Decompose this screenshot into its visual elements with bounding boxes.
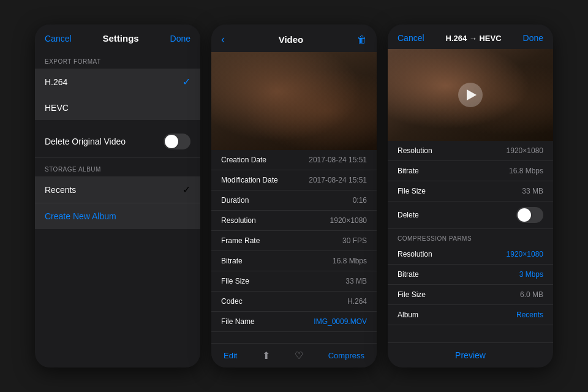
info-row-framerate: Frame Rate 30 FPS	[211, 231, 377, 251]
comp-resolution-val: 1920×1080	[507, 250, 543, 258]
convert-thumbnail	[388, 49, 553, 141]
convert-bitrate-key: Bitrate	[398, 167, 419, 175]
delete-original-toggle[interactable]	[164, 134, 190, 149]
comp-bitrate-key: Bitrate	[398, 270, 419, 279]
video-footer: Edit ⬆ ♡ Compress	[211, 343, 377, 368]
export-section-label: EXPORT FORMAT	[35, 50, 200, 69]
play-icon	[467, 89, 477, 100]
convert-filesize-key: File Size	[398, 187, 426, 195]
export-hevc-label: HEVC	[45, 103, 69, 113]
settings-panel: Cancel Settings Done EXPORT FORMAT H.264…	[35, 24, 200, 368]
convert-filesize-row: File Size 33 MB	[388, 181, 553, 202]
convert-bitrate-val: 16.8 Mbps	[509, 167, 543, 175]
resolution-val: 1920×1080	[330, 216, 367, 225]
creation-date-key: Creation Date	[221, 156, 266, 164]
h264-checkmark: ✓	[183, 76, 190, 88]
convert-cancel-button[interactable]: Cancel	[398, 33, 424, 43]
convert-filesize-val: 33 MB	[522, 187, 543, 195]
convert-resolution-key: Resolution	[398, 146, 432, 155]
info-row-duration: Duration 0:16	[211, 190, 377, 211]
share-icon[interactable]: ⬆	[262, 350, 270, 361]
video-header: ‹ Video 🗑	[211, 24, 377, 52]
convert-resolution-row: Resolution 1920×1080	[388, 141, 553, 161]
delete-original-label: Delete Original Video	[45, 137, 126, 146]
recents-album-item[interactable]: Recents ✓	[35, 176, 200, 203]
info-row-bitrate: Bitrate 16.8 Mbps	[211, 251, 377, 271]
bitrate-key: Bitrate	[221, 257, 243, 265]
export-h264-item[interactable]: H.264 ✓	[35, 69, 200, 96]
export-hevc-item[interactable]: HEVC	[35, 96, 200, 120]
filename-val: IMG_0009.MOV	[314, 317, 367, 326]
modification-date-val: 2017-08-24 15:51	[309, 176, 367, 184]
play-button[interactable]	[458, 83, 483, 107]
resolution-key: Resolution	[221, 216, 256, 225]
duration-key: Duration	[221, 196, 249, 205]
convert-header: Cancel H.264 → HEVC Done	[388, 24, 553, 49]
comp-bitrate-val: 3 Mbps	[519, 270, 543, 279]
filesize-key: File Size	[221, 277, 249, 285]
convert-delete-row: Delete	[388, 202, 553, 229]
done-button[interactable]: Done	[170, 34, 190, 43]
info-row-modification: Modification Date 2017-08-24 15:51	[211, 170, 377, 190]
cancel-button[interactable]: Cancel	[45, 34, 72, 43]
video-panel: ‹ Video 🗑 Creation Date 2017-08-24 15:51…	[211, 24, 377, 368]
convert-delete-toggle[interactable]	[516, 207, 543, 223]
heart-icon[interactable]: ♡	[295, 350, 303, 361]
preview-button[interactable]: Preview	[388, 342, 553, 368]
comp-resolution-key: Resolution	[398, 250, 432, 258]
comp-album-key: Album	[398, 311, 418, 319]
info-scroll-area: Creation Date 2017-08-24 15:51 Modificat…	[211, 150, 377, 343]
info-row-creation: Creation Date 2017-08-24 15:51	[211, 150, 377, 170]
comp-filesize-val: 6.0 MB	[520, 290, 543, 299]
settings-title: Settings	[102, 33, 138, 43]
convert-delete-key: Delete	[398, 211, 419, 219]
framerate-val: 30 FPS	[342, 236, 367, 245]
convert-done-button[interactable]: Done	[523, 33, 543, 43]
modification-date-key: Modification Date	[221, 176, 278, 184]
export-h264-label: H.264	[45, 77, 67, 87]
thumbnail-image	[211, 52, 377, 150]
compress-button[interactable]: Compress	[328, 351, 364, 360]
comp-filesize-row: File Size 6.0 MB	[388, 285, 553, 305]
codec-key: Codec	[221, 297, 243, 306]
compression-section-label: COMPRESSION PARMS	[388, 229, 553, 244]
comp-album-row: Album Recents	[388, 305, 553, 325]
recents-checkmark: ✓	[183, 184, 190, 195]
settings-header: Cancel Settings Done	[35, 24, 200, 50]
comp-resolution-row: Resolution 1920×1080	[388, 244, 553, 265]
create-album-row[interactable]: Create New Album	[35, 203, 200, 229]
info-row-filename: File Name IMG_0009.MOV	[211, 312, 377, 332]
comp-album-val: Recents	[516, 311, 543, 319]
convert-resolution-val: 1920×1080	[507, 146, 543, 155]
convert-panel: Cancel H.264 → HEVC Done Resolution 1920…	[388, 24, 553, 368]
bitrate-val: 16.8 Mbps	[333, 257, 367, 265]
convert-title: H.264 → HEVC	[446, 34, 502, 43]
create-album-link[interactable]: Create New Album	[45, 211, 116, 221]
back-button[interactable]: ‹	[221, 33, 225, 46]
convert-thumb-image	[388, 49, 553, 141]
info-row-codec: Codec H.264	[211, 292, 377, 312]
duration-val: 0:16	[353, 196, 367, 205]
convert-bitrate-row: Bitrate 16.8 Mbps	[388, 161, 553, 181]
creation-date-val: 2017-08-24 15:51	[309, 156, 367, 164]
recents-label: Recents	[45, 185, 76, 195]
comp-filesize-key: File Size	[398, 290, 426, 299]
framerate-key: Frame Rate	[221, 236, 260, 245]
filename-key: File Name	[221, 317, 255, 326]
codec-val: H.264	[347, 297, 367, 306]
edit-button[interactable]: Edit	[224, 351, 237, 360]
info-row-resolution: Resolution 1920×1080	[211, 211, 377, 231]
comp-bitrate-row: Bitrate 3 Mbps	[388, 265, 553, 285]
video-title: Video	[279, 34, 304, 45]
delete-original-row: Delete Original Video	[35, 126, 200, 157]
storage-section-label: STORAGE ALBUM	[35, 157, 200, 176]
video-thumbnail	[211, 52, 377, 150]
filesize-val: 33 MB	[345, 277, 367, 285]
trash-button[interactable]: 🗑	[357, 34, 367, 45]
info-row-filesize: File Size 33 MB	[211, 271, 377, 292]
